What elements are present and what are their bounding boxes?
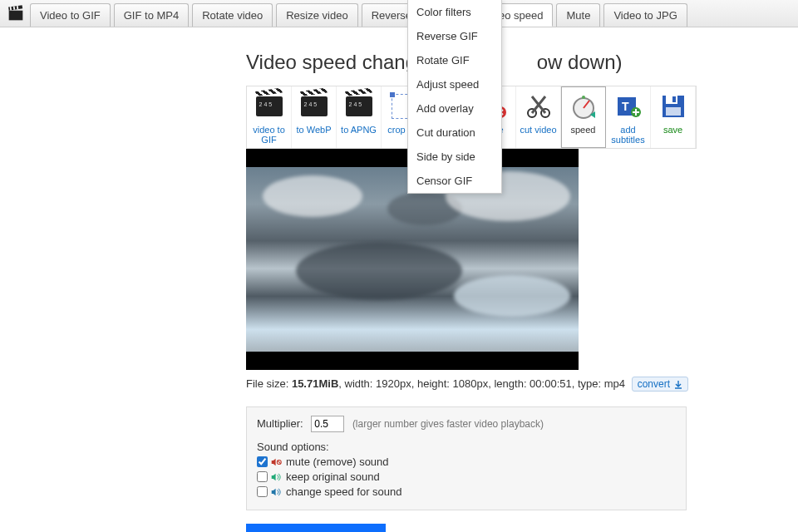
sound-checkbox[interactable] — [257, 471, 268, 482]
save-icon — [658, 91, 688, 121]
file-info: File size: 15.71MiB, width: 1920px, heig… — [246, 377, 798, 392]
top-tab[interactable]: Mute — [556, 3, 600, 27]
svg-rect-16 — [672, 96, 676, 102]
dropdown-item[interactable]: Add overlay — [408, 96, 501, 121]
page-title: Video speed changer ow down) — [246, 51, 798, 74]
speed-icon — [569, 91, 598, 121]
top-tab[interactable]: Rotate video — [192, 3, 273, 27]
dropdown-item[interactable]: Adjust speed — [408, 72, 501, 96]
top-tab[interactable]: Resize video — [276, 3, 357, 27]
dropdown-item[interactable]: Censor GIF — [408, 169, 501, 193]
dropdown-item[interactable]: Side by side — [408, 145, 501, 169]
top-tab[interactable]: GIF to MP4 — [114, 3, 189, 27]
svg-text:T: T — [622, 100, 629, 113]
dropdown-item[interactable]: Reverse GIF — [408, 24, 501, 48]
clapper-icon — [299, 91, 329, 121]
dropdown-item[interactable]: Color filters — [408, 0, 501, 24]
tool-speed[interactable]: speed — [561, 86, 606, 148]
tool-to-WebP[interactable]: to WebP — [292, 86, 337, 148]
subs-icon: T — [613, 91, 643, 121]
svg-rect-17 — [666, 107, 681, 116]
tool-video-to-GIF[interactable]: video to GIF — [247, 86, 292, 148]
dropdown-menu[interactable]: Color filtersReverse GIFRotate GIFAdjust… — [407, 0, 502, 194]
sound-option[interactable]: keep original sound — [257, 470, 676, 483]
multiplier-input[interactable] — [311, 416, 344, 432]
submit-button[interactable]: Change video speed! — [246, 524, 386, 532]
top-tab[interactable]: Video to GIF — [30, 3, 111, 27]
options-form: Multiplier: (larger number gives faster … — [246, 406, 687, 510]
top-tab-bar: Video to GIFGIF to MP4Rotate videoResize… — [0, 0, 798, 27]
tool-add-subtitles[interactable]: Tadd subtitles — [606, 86, 651, 148]
tool-cut-video[interactable]: cut video — [516, 86, 561, 148]
clapper-icon — [344, 91, 374, 121]
sound-checkbox[interactable] — [257, 486, 268, 497]
main-content: Video speed changer ow down) video to GI… — [0, 27, 798, 532]
dropdown-item[interactable]: Rotate GIF — [408, 48, 501, 72]
sound-option[interactable]: change speed for sound — [257, 485, 676, 498]
cut-icon — [524, 91, 554, 121]
sound-option[interactable]: mute (remove) sound — [257, 456, 676, 468]
multiplier-label: Multiplier: — [257, 417, 303, 430]
svg-rect-0 — [9, 11, 23, 21]
sound-options: Sound options: mute (remove) sound keep … — [257, 441, 676, 498]
sound-options-header: Sound options: — [257, 441, 676, 453]
top-tab[interactable]: Video to JPG — [603, 3, 687, 27]
tool-save[interactable]: save — [651, 86, 696, 148]
tool-to-APNG[interactable]: to APNG — [337, 86, 382, 148]
sound-checkbox[interactable] — [257, 456, 268, 467]
dropdown-item[interactable]: Cut duration — [408, 121, 501, 145]
clapper-icon — [254, 91, 284, 121]
convert-button[interactable]: convert — [632, 377, 689, 392]
multiplier-hint: (larger number gives faster video playba… — [352, 418, 544, 430]
app-logo — [3, 0, 28, 27]
svg-point-10 — [582, 96, 585, 99]
